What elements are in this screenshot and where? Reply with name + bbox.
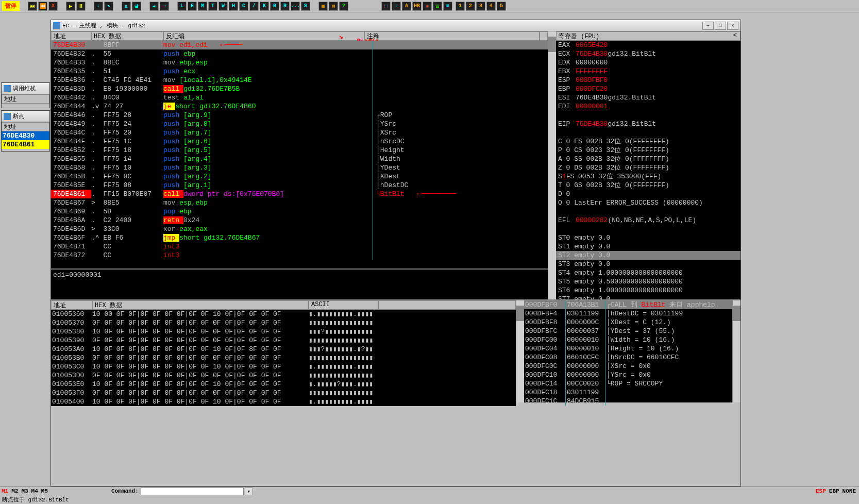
disasm-row[interactable]: 76DE4B4C. FF75 20push [arg.7]│XSrc [51,128,548,137]
stack-row[interactable]: 000DFBFC00000037│YDest = 37 (55.) [524,327,732,335]
register-line[interactable]: ST2 empty 0.0 [556,251,740,260]
dump-row[interactable]: 010053900F 0F 0F 0F|0F 0F 0F 0F|0F 0F 0F… [51,336,516,345]
register-line[interactable]: Z 0 DS 002B 32位 0(FFFFFFFF) [556,163,740,172]
register-line[interactable]: EFL 00000282 (NO,NB,NE,A,S,PO,L,LE) [556,216,740,225]
toolbar-goto-icon[interactable]: → [160,2,169,11]
toolbar-view-/[interactable]: / [249,2,259,11]
memory-mark[interactable]: M4 [30,488,40,494]
disasm-row[interactable]: 76DE4B67> 8BE5mov esp,ebp [51,198,548,207]
command-dropdown-icon[interactable]: ▾ [245,488,253,495]
command-input[interactable] [141,488,244,495]
reg-collapse-icon[interactable]: < [733,32,737,40]
register-line[interactable]: C 0 ES 002B 32位 0(FFFFFFFF) [556,137,740,146]
breakpoint-item[interactable]: 76DE4B61 [2,140,49,149]
maximize-button[interactable]: □ [715,22,726,30]
register-line[interactable]: D 0 [556,190,740,198]
status-flag[interactable]: ESP [816,488,826,494]
register-line[interactable] [556,111,740,120]
disasm-row[interactable]: 76DE4B30 8BFFmov edi,edi ⟵──── [51,41,548,49]
disasm-row[interactable]: 76DE4B49. FF75 24push [arg.8]│YSrc [51,120,548,128]
toolbar-view-c[interactable]: C [239,2,248,11]
toolbar-view-r[interactable]: R [280,2,290,11]
disasm-row[interactable]: 76DE4B72 CCint3 [51,251,548,260]
register-line[interactable]: EDX 00000000 [556,58,740,67]
dump-col-ascii[interactable]: ASCII [309,300,379,310]
toolbar-view-t[interactable]: T [208,2,217,11]
dump-scrollbar[interactable] [516,300,524,402]
register-line[interactable]: ECX 76DE4B30 gdi32.BitBlt [556,49,740,58]
stack-row[interactable]: 000DFBF403011199│hDestDC = 03011199 [524,309,732,318]
dump-row[interactable]: 010053700F 0F 0F 0F|0F 0F 0F 0F|0F 0F 0F… [51,318,516,327]
disasm-row[interactable]: 76DE4B36. C745 FC 4E41mov [local.1],0x49… [51,76,548,85]
disasm-row[interactable]: 76DE4B69. 5Dpop ebp [51,207,548,216]
toolbar-num-2[interactable]: 2 [466,2,475,11]
disasm-row[interactable]: 76DE4B3D. E8 19300000call gdi32.76DE7B5B [51,85,548,93]
disasm-row[interactable]: 76DE4B44.v 74 27je short gdi32.76DE4B6D [51,102,548,111]
col-dis[interactable]: 反汇编 ↘ BitBlt [163,31,364,41]
stack-row[interactable]: 000DFC0400000010│Height = 10 (16.) [524,344,732,353]
disasm-row[interactable]: 76DE4B5E. FF75 08push [arg.1]│hDestDC [51,181,548,190]
disasm-row[interactable]: 76DE4B6D> 33C0xor eax,eax [51,225,548,233]
register-line[interactable]: ESI 76DE4B30 gdi32.BitBlt [556,93,740,102]
toolbar-trace-over-icon[interactable]: ⇶ [132,2,141,11]
toolbar-ext7-icon[interactable]: ≡ [443,2,452,11]
disasm-row[interactable]: 76DE4B61. FF15 B070E07call dword ptr ds:… [51,190,548,198]
breakpoint-item[interactable]: 76DE4B30 [2,131,49,140]
register-line[interactable] [556,225,740,233]
toolbar-step-over-icon[interactable]: ↷ [104,2,113,11]
dump-row[interactable]: 0100536010 00 0F 0F|0F 0F 0F 0F|0F 0F 10… [51,310,516,318]
register-line[interactable]: ST1 empty 0.0 [556,242,740,251]
toolbar-view-s[interactable]: S [301,2,310,11]
stack-row[interactable]: 000DFBF80000000C│XDest = C (12.) [524,318,732,327]
dump-row[interactable]: 010053F00F 0F 0F 0F|0F 0F 0F 0F|0F 0F 0F… [51,389,516,397]
stack-row[interactable]: 000DFC1C84DCB915 [524,397,732,406]
memory-mark[interactable]: M2 [10,488,20,494]
register-line[interactable]: S 1 FS 0053 32位 353000(FFF) [556,172,740,181]
toolbar-view-m[interactable]: M [198,2,207,11]
memory-mark[interactable]: M1 [0,488,10,494]
toolbar-num-5[interactable]: 5 [497,2,506,11]
disasm-row[interactable]: 76DE4B42. 84C0test al,al [51,93,548,102]
disasm-row[interactable]: 76DE4B46. FF75 28push [arg.9]┌ROP [51,111,548,120]
disasm-row[interactable]: 76DE4B6A. C2 2400retn 0x24 [51,216,548,225]
register-line[interactable]: O 0 LastErr ERROR_SUCCESS (00000000) [556,198,740,207]
register-line[interactable]: T 0 GS 002B 32位 0(FFFFFFFF) [556,181,740,190]
toolbar-trace-into-icon[interactable]: ⇊ [122,2,131,11]
stack-row[interactable]: 000DFC1400CC0020└ROP = SRCCOPY [524,379,732,388]
toolbar-ext2-icon[interactable]: ↕ [392,2,401,11]
stack-pane[interactable]: 000DFBF0706A13B1┌CALL 到 BitBlt 来自 apphel… [524,300,732,402]
dump-col-hex[interactable]: HEX 数据 [92,300,309,310]
toolbar-num-3[interactable]: 3 [476,2,485,11]
register-line[interactable] [556,128,740,137]
memory-mark[interactable]: M5 [40,488,49,494]
dump-row[interactable]: 0100540010 0F 0F 0F|0F 0F 0F 0F|0F 0F 10… [51,397,516,406]
toolbar-view-...[interactable]: ... [291,2,300,11]
disasm-scrollbar[interactable] [548,31,556,299]
toolbar-back-icon[interactable]: ⏪ [38,2,47,11]
toolbar-num-4[interactable]: 4 [486,2,496,11]
register-line[interactable]: P 0 CS 0023 32位 0(FFFFFFFF) [556,146,740,155]
disasm-row[interactable]: 76DE4B55. FF75 14push [arg.4]│Width [51,155,548,163]
dump-row[interactable]: 010053C010 0F 0F 0F|0F 0F 0F 0F|0F 0F 10… [51,362,516,371]
dump-col-addr[interactable]: 地址 [51,300,92,310]
registers-header[interactable]: 寄存器 (FPU) < [556,31,740,41]
register-line[interactable]: EBP 000DFC20 [556,85,740,93]
disasm-row[interactable]: 76DE4B4F. FF75 1Cpush [arg.6]│hSrcDC [51,137,548,146]
disassembly-pane[interactable]: 76DE4B30 8BFFmov edi,edi ⟵────76DE4B32. … [51,41,548,268]
disasm-row[interactable]: 76DE4B32. 55push ebp [51,49,548,58]
toolbar-view-h[interactable]: H [229,2,238,11]
register-line[interactable]: ESP 000DFBF0 [556,76,740,85]
disasm-row[interactable]: 76DE4B58. FF75 10push [arg.3]│YDest [51,163,548,172]
toolbar-view-l[interactable]: L [177,2,187,11]
stack-row[interactable]: 000DFC0000000010│Width = 10 (16.) [524,335,732,344]
toolbar-step-into-icon[interactable]: ↓ [94,2,103,11]
disasm-row[interactable]: 76DE4B5B. FF75 0Cpush [arg.2]│XDest [51,172,548,181]
register-line[interactable]: EIP 76DE4B30 gdi32.BitBlt [556,120,740,128]
disasm-row[interactable]: 76DE4B6F.^ EB F6jmp short gdi32.76DE4B67 [51,233,548,242]
close-button[interactable]: ✕ [727,22,738,30]
col-addr[interactable]: 地址 [51,31,91,41]
dump-row[interactable]: 010053D00F 0F 0F 0F|0F 0F 0F 0F|0F 0F 0F… [51,371,516,380]
status-flag[interactable]: NONE [843,488,856,494]
dump-row[interactable]: 0100538010 0F 0F 8F|0F 0F 0F 0F|0F 0F 0F… [51,327,516,336]
register-line[interactable]: ST6 empty 1.0000000000000000000 [556,286,740,295]
